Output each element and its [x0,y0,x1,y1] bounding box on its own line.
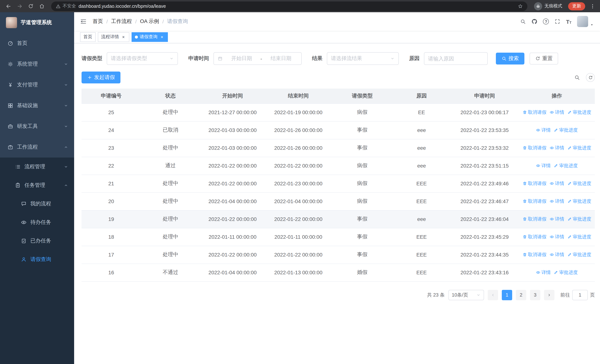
font-size-icon[interactable]: TT [566,19,572,24]
sidebar-item-home[interactable]: 首页 [0,33,74,54]
cancel-leave-link[interactable]: 取消请假 [522,145,546,151]
cancel-leave-link[interactable]: 取消请假 [522,109,546,115]
detail-link[interactable]: 详情 [536,127,551,133]
start-date-placeholder[interactable]: 开始日期 [225,55,258,62]
table-row[interactable]: 18处理中2022-01-11 00:00:002022-01-11 00:00… [82,228,595,246]
reset-button[interactable]: 重置 [530,53,558,65]
browser-forward-button[interactable] [15,1,24,11]
cancel-leave-link[interactable]: 取消请假 [522,180,546,187]
approval-progress-link[interactable]: 审批进度 [567,180,591,187]
page-button-1[interactable]: 1 [502,290,512,300]
breadcrumb-workflow[interactable]: 工作流程 [111,18,132,25]
result-select[interactable]: 请选择流结果 [327,52,399,65]
user-menu[interactable] [577,16,594,27]
breadcrumb-oa-example[interactable]: OA 示例 [140,18,159,25]
table-row[interactable]: 16不通过2022-01-04 00:00:002022-01-13 00:00… [82,263,595,281]
refresh-table-button[interactable] [586,73,595,82]
sidebar-item-process-mgmt[interactable]: 流程管理 [0,158,74,176]
table-row[interactable]: 25处理中2021-12-27 00:00:002022-01-19 00:00… [82,103,595,121]
page-size-select[interactable]: 10条/页 [449,290,484,300]
page-button-2[interactable]: 2 [516,290,526,300]
page-button-3[interactable]: 3 [530,290,540,300]
toggle-search-icon[interactable] [574,75,580,80]
tab-leave-query[interactable]: 请假查询 × [131,32,168,42]
detail-link[interactable]: 详情 [536,269,551,276]
sidebar-toggle[interactable] [80,18,87,25]
browser-back-button[interactable] [4,1,13,11]
cancel-leave-link[interactable]: 取消请假 [522,234,546,240]
goto-page-input[interactable] [572,290,588,300]
pagination: 共 23 条 10条/页 1 2 3 前往 [82,290,595,300]
approval-progress-link-icon [567,252,572,257]
close-tab-icon[interactable]: × [121,34,126,39]
close-tab-icon[interactable]: × [159,34,165,39]
cell-applied: 2022-01-22 23:43:16 [450,263,519,281]
approval-progress-link[interactable]: 审批进度 [567,109,591,115]
detail-link[interactable]: 详情 [549,234,564,240]
search-button[interactable]: 搜索 [496,53,525,65]
address-bar[interactable]: 不安全 dashboard.yudao.iocoder.cn/bpm/oa/le… [51,1,527,11]
prev-page-button[interactable] [488,290,498,300]
sidebar-item-my-process[interactable]: 我的流程 [0,195,74,213]
reason-input[interactable] [424,52,488,65]
approval-progress-link[interactable]: 审批进度 [567,198,591,205]
sidebar-item-payment[interactable]: 支付管理 [0,75,74,95]
cell-reason: eee [393,210,450,228]
sidebar-item-done-tasks[interactable]: 已办任务 [0,232,74,250]
approval-progress-link[interactable]: 审批进度 [554,163,578,169]
detail-link[interactable]: 详情 [549,216,564,222]
table-row[interactable]: 17处理中2022-01-22 00:00:002022-01-22 00:00… [82,246,595,263]
browser-home-button[interactable] [37,1,47,11]
detail-link[interactable]: 详情 [549,180,564,187]
table-row[interactable]: 21处理中2022-01-22 00:00:002022-01-23 00:00… [82,175,595,192]
sidebar-item-system[interactable]: 系统管理 [0,54,74,75]
detail-link[interactable]: 详情 [549,145,564,151]
detail-link[interactable]: 详情 [536,163,551,169]
bookmark-star-icon[interactable] [518,3,523,9]
sidebar-item-leave-query[interactable]: 请假查询 [0,250,74,269]
header-search-icon[interactable] [520,19,526,24]
fullscreen-icon[interactable] [555,19,561,24]
detail-link[interactable]: 详情 [549,252,564,258]
browser-update-button[interactable]: 更新 [568,2,585,10]
table-row[interactable]: 19处理中2022-01-22 00:00:002022-01-22 00:00… [82,210,595,228]
breadcrumb-home[interactable]: 首页 [93,18,103,25]
browser-menu-icon[interactable] [589,3,596,9]
page-unit-label: 页 [590,291,595,298]
table-row[interactable]: 24已取消2022-01-03 00:00:002022-01-26 00:00… [82,121,595,139]
sidebar-item-todo-tasks[interactable]: 待办任务 [0,213,74,232]
approval-progress-link[interactable]: 审批进度 [554,269,578,276]
tab-process-detail[interactable]: 流程详情 × [98,32,129,42]
approval-progress-link[interactable]: 审批进度 [567,234,591,240]
approval-progress-link[interactable]: 审批进度 [554,127,578,133]
table-row[interactable]: 20处理中2022-01-04 00:00:002022-01-04 00:00… [82,192,595,210]
sidebar-item-workflow[interactable]: 工作流程 [0,137,74,158]
browser-reload-button[interactable] [26,1,36,11]
tab-home[interactable]: 首页 [80,32,96,42]
approval-progress-link[interactable]: 审批进度 [567,145,591,151]
security-indicator[interactable]: 不安全 [56,3,76,9]
cell-status: 通过 [141,157,200,175]
app-logo[interactable]: 芋道管理系统 [0,12,74,33]
url-text[interactable]: dashboard.yudao.iocoder.cn/bpm/oa/leave [79,3,515,9]
approval-progress-link[interactable]: 审批进度 [567,216,591,222]
next-page-button[interactable] [544,290,554,300]
table-row[interactable]: 23处理中2022-01-03 00:00:002022-01-26 00:00… [82,139,595,157]
cancel-leave-link[interactable]: 取消请假 [522,216,546,222]
table-row[interactable]: 22通过2022-01-22 00:00:002022-01-22 00:00:… [82,157,595,175]
sidebar-item-task-mgmt[interactable]: 任务管理 [0,176,74,195]
detail-link[interactable]: 详情 [549,198,564,205]
approval-progress-link[interactable]: 审批进度 [567,252,591,258]
apply-time-range-picker[interactable]: 开始日期 - 结束日期 [214,52,302,65]
end-date-placeholder[interactable]: 结束日期 [264,55,298,62]
cancel-leave-link[interactable]: 取消请假 [522,252,546,258]
sidebar-item-devtools[interactable]: 研发工具 [0,116,74,137]
detail-link[interactable]: 详情 [549,109,564,115]
cancel-leave-link[interactable]: 取消请假 [522,198,546,205]
leave-type-select[interactable]: 请选择请假类型 [107,52,178,65]
sidebar-item-infra[interactable]: 基础设施 [0,95,74,116]
col-end-time: 结束时间 [265,89,332,103]
github-icon[interactable] [532,19,538,24]
help-icon[interactable]: ? [543,19,549,24]
create-leave-button[interactable]: 发起请假 [82,72,121,84]
